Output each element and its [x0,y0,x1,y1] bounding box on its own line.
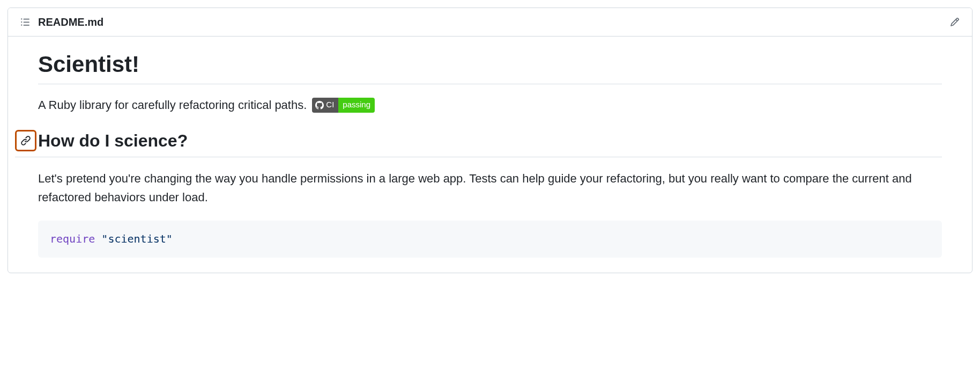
description-line: A Ruby library for carefully refactoring… [38,96,942,114]
page-title: Scientist! [38,52,942,84]
filename-label[interactable]: README.md [38,16,103,28]
code-keyword: require [50,232,95,245]
heading-anchor-link[interactable] [15,130,36,151]
code-string: "scientist" [101,232,172,245]
code-block[interactable]: require "scientist" [38,221,942,258]
readme-body: Scientist! A Ruby library for carefully … [8,36,972,273]
badge-left-text: CI [326,99,334,111]
heading-row: How do I science? [15,130,942,157]
list-icon [20,17,30,27]
section-heading: How do I science? [38,131,188,151]
toc-button[interactable] [17,13,34,31]
section-paragraph: Let's pretend you're changing the way yo… [38,169,942,207]
badge-right: passing [338,98,375,113]
pencil-icon [950,17,960,27]
link-icon [20,135,31,146]
readme-header: README.md [8,8,972,36]
badge-left: CI [312,98,338,113]
readme-container: README.md Scientist! A Ruby library for … [8,8,972,273]
ci-badge[interactable]: CI passing [312,98,375,113]
github-icon [315,101,324,109]
description-text: A Ruby library for carefully refactoring… [38,96,307,114]
badge-right-text: passing [343,99,370,111]
edit-button[interactable] [946,13,963,31]
